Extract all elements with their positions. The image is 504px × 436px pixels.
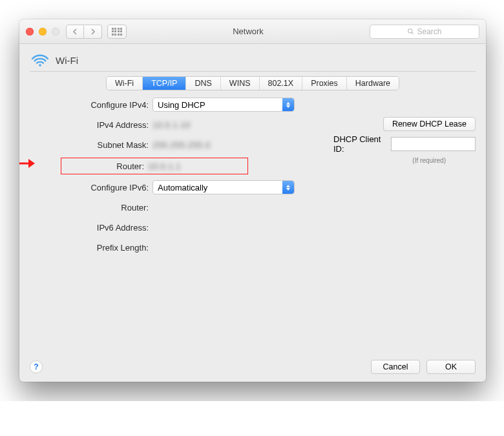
configure-ipv6-label: Configure IPv6: bbox=[62, 183, 152, 192]
zoom-window-button bbox=[52, 28, 59, 36]
search-placeholder: Search bbox=[417, 27, 441, 36]
svg-point-2 bbox=[39, 64, 41, 67]
search-icon bbox=[407, 28, 414, 35]
subnet-mask-label: Subnet Mask: bbox=[62, 140, 152, 150]
select-arrows-icon bbox=[282, 98, 294, 111]
router-row-highlight: Router: 10.0.1.1 bbox=[61, 158, 248, 174]
router-value: 10.0.1.1 bbox=[148, 161, 181, 171]
dhcp-client-id-input[interactable] bbox=[391, 137, 476, 151]
svg-line-1 bbox=[412, 32, 414, 34]
subnet-mask-value: 255.255.255.0 bbox=[152, 140, 211, 150]
tabstrip: Wi-Fi TCP/IP DNS WINS 802.1X Proxies Har… bbox=[107, 77, 399, 90]
tab-hardware[interactable]: Hardware bbox=[347, 77, 399, 90]
back-button[interactable] bbox=[66, 25, 84, 39]
close-window-button[interactable] bbox=[26, 28, 34, 36]
tab-proxies[interactable]: Proxies bbox=[302, 77, 347, 90]
select-arrows-icon bbox=[282, 181, 294, 194]
renew-dhcp-lease-button[interactable]: Renew DHCP Lease bbox=[383, 117, 476, 131]
ipv6-router-label: Router: bbox=[62, 203, 152, 213]
traffic-lights bbox=[26, 28, 59, 36]
show-all-button[interactable] bbox=[107, 25, 127, 39]
configure-ipv4-label: Configure IPv4: bbox=[62, 100, 152, 110]
tab-wins[interactable]: WINS bbox=[221, 77, 260, 90]
minimize-window-button[interactable] bbox=[39, 28, 47, 36]
interface-name: Wi-Fi bbox=[56, 55, 78, 66]
prefix-length-label: Prefix Length: bbox=[62, 243, 152, 253]
wifi-icon bbox=[31, 53, 49, 67]
configure-ipv4-value: Using DHCP bbox=[158, 100, 205, 110]
configure-ipv6-value: Automatically bbox=[158, 183, 207, 192]
window-title: Network bbox=[127, 26, 370, 36]
configure-ipv4-select[interactable]: Using DHCP bbox=[152, 98, 295, 112]
ok-button[interactable]: OK bbox=[426, 360, 476, 374]
tab-tcpip[interactable]: TCP/IP bbox=[143, 77, 186, 90]
ipv4-address-value: 10.0.1.10 bbox=[152, 120, 191, 130]
annotation-arrow bbox=[19, 157, 36, 170]
divider bbox=[30, 71, 476, 72]
dhcp-client-id-label: DHCP Client ID: bbox=[333, 134, 387, 154]
nav-back-forward bbox=[66, 25, 102, 39]
ipv4-address-label: IPv4 Address: bbox=[62, 120, 152, 130]
forward-button[interactable] bbox=[84, 25, 102, 39]
tab-dns[interactable]: DNS bbox=[186, 77, 220, 90]
titlebar: Network Search bbox=[19, 19, 486, 44]
dhcp-client-id-hint: (If required) bbox=[412, 157, 446, 164]
router-label: Router: bbox=[61, 161, 148, 171]
help-button[interactable]: ? bbox=[30, 360, 43, 373]
configure-ipv6-select[interactable]: Automatically bbox=[152, 180, 295, 194]
ipv6-address-label: IPv6 Address: bbox=[62, 223, 152, 233]
svg-point-0 bbox=[408, 29, 412, 33]
cancel-button[interactable]: Cancel bbox=[371, 360, 420, 374]
tab-wifi[interactable]: Wi-Fi bbox=[107, 77, 143, 90]
search-input[interactable]: Search bbox=[370, 25, 479, 39]
network-window: Network Search Wi-Fi Wi-Fi TCP/IP DNS WI… bbox=[19, 19, 486, 382]
grid-icon bbox=[112, 28, 123, 36]
tab-8021x[interactable]: 802.1X bbox=[260, 77, 303, 90]
